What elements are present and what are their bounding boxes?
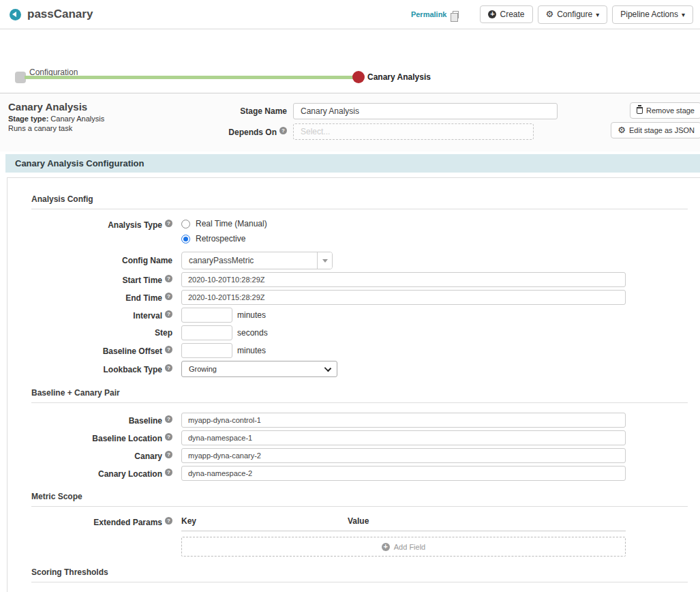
lookback-type-label: Lookback Type (31, 364, 181, 374)
analysis-type-label-text: Analysis Type (108, 220, 162, 230)
remove-stage-button[interactable]: Remove stage (630, 102, 700, 119)
baseline-canary-heading: Baseline + Canary Pair (31, 388, 700, 398)
pipeline-graph: Configuration Canary Analysis Add stage … (0, 29, 700, 93)
config-section-header: Canary Analysis Configuration (5, 154, 700, 173)
help-icon[interactable] (165, 220, 172, 227)
configure-button[interactable]: Configure (538, 5, 608, 24)
depends-on-label: Depends On (222, 127, 287, 137)
stage-editor: Canary Analysis Stage type: Canary Analy… (0, 93, 700, 151)
section-divider (31, 209, 688, 209)
chevron-down-icon (596, 10, 599, 20)
radio-unchecked-icon[interactable] (181, 220, 190, 228)
baseline-location-input[interactable] (181, 430, 626, 445)
end-time-input[interactable] (181, 290, 626, 305)
baseline-offset-input[interactable] (181, 343, 232, 358)
page-title: passCanary (27, 8, 93, 21)
realtime-radio-option[interactable]: Real Time (Manual) (181, 219, 267, 228)
extended-params-label-text: Extended Params (93, 518, 162, 527)
canary-label-text: Canary (134, 452, 162, 461)
help-icon[interactable] (165, 293, 172, 300)
help-icon[interactable] (165, 433, 172, 441)
baseline-offset-label-text: Baseline Offset (103, 346, 162, 356)
lookback-type-label-text: Lookback Type (104, 365, 162, 374)
end-time-label: End Time (31, 293, 181, 303)
stage-type-line: Stage type: Canary Analysis (8, 114, 104, 123)
retrospective-radio-option[interactable]: Retrospective (181, 234, 267, 243)
dropdown-toggle-icon[interactable] (317, 252, 332, 269)
scoring-thresholds-heading: Scoring Thresholds (31, 567, 700, 577)
canary-location-label-text: Canary Location (98, 469, 162, 479)
key-column-header: Key (181, 516, 348, 526)
permalink-link[interactable]: Permalink (411, 10, 447, 18)
help-icon[interactable] (165, 469, 172, 476)
help-icon[interactable] (165, 517, 172, 524)
lookback-type-select[interactable]: Growing (181, 361, 337, 377)
pipeline-actions-button[interactable]: Pipeline Actions (612, 5, 693, 24)
step-input[interactable] (181, 325, 232, 340)
interval-label: Interval (31, 310, 181, 321)
canary-location-input[interactable] (181, 466, 626, 481)
stage-type-value: Canary Analysis (50, 115, 104, 123)
stage-name-label: Stage Name (222, 106, 287, 116)
trash-icon (637, 107, 643, 114)
stage-title: Canary Analysis (8, 101, 104, 113)
edit-json-label: Edit stage as JSON (629, 126, 695, 134)
end-time-label-text: End Time (125, 293, 162, 303)
help-icon[interactable] (165, 415, 172, 423)
help-icon[interactable] (165, 310, 172, 318)
baseline-label-text: Baseline (129, 416, 162, 426)
plus-circle-icon (382, 543, 390, 551)
extended-params-table-header: Key Value (181, 516, 626, 531)
start-time-input[interactable] (181, 272, 626, 287)
add-field-label: Add Field (394, 543, 425, 551)
pipeline-header: passCanary Permalink Create Configure Pi… (0, 0, 700, 29)
baseline-label: Baseline (31, 415, 181, 426)
start-time-label-text: Start Time (123, 276, 162, 285)
plus-circle-icon (488, 10, 496, 18)
help-icon[interactable] (165, 451, 172, 458)
help-icon[interactable] (279, 127, 287, 134)
interval-label-text: Interval (133, 311, 162, 321)
step-unit: seconds (237, 328, 268, 338)
interval-unit: minutes (237, 310, 266, 320)
help-icon[interactable] (165, 275, 172, 282)
analysis-config-heading: Analysis Config (31, 194, 700, 204)
section-divider (31, 582, 688, 582)
interval-input[interactable] (181, 308, 232, 323)
edit-stage-json-button[interactable]: Edit stage as JSON (611, 122, 700, 138)
analysis-type-label: Analysis Type (31, 219, 181, 230)
help-icon[interactable] (165, 346, 172, 353)
config-panel: Analysis Config Analysis Type Real Time … (7, 177, 700, 592)
section-divider (31, 402, 688, 403)
clipboard-icon[interactable] (453, 11, 459, 18)
canary-input[interactable] (181, 448, 626, 463)
baseline-location-label-text: Baseline Location (92, 434, 162, 443)
lookback-type-value: Growing (182, 361, 337, 376)
help-icon[interactable] (165, 364, 172, 372)
config-name-select[interactable]: canaryPassMetric (181, 252, 333, 269)
gear-icon (618, 126, 626, 134)
configure-button-label: Configure (557, 10, 592, 19)
stage-name-input[interactable] (293, 103, 558, 119)
retrospective-radio-label[interactable]: Retrospective (196, 234, 245, 243)
canary-analysis-node[interactable] (352, 71, 365, 83)
add-field-button[interactable]: Add Field (181, 537, 626, 557)
remove-stage-label: Remove stage (646, 106, 695, 115)
back-arrow-icon[interactable] (10, 9, 21, 20)
metric-scope-heading: Metric Scope (31, 492, 700, 501)
depends-on-label-text: Depends On (228, 128, 277, 137)
baseline-offset-label: Baseline Offset (31, 346, 181, 356)
radio-checked-icon[interactable] (181, 235, 190, 243)
baseline-input[interactable] (181, 413, 626, 428)
realtime-radio-label[interactable]: Real Time (Manual) (196, 219, 267, 228)
create-button-label: Create (500, 10, 524, 19)
step-label: Step (31, 328, 181, 338)
config-name-label: Config Name (31, 256, 181, 265)
section-divider (31, 506, 688, 507)
extended-params-label: Extended Params (31, 516, 181, 527)
create-button[interactable]: Create (480, 5, 532, 23)
depends-on-select[interactable] (293, 123, 534, 140)
chevron-down-icon (682, 10, 685, 20)
baseline-offset-unit: minutes (237, 346, 266, 355)
canary-analysis-node-label[interactable]: Canary Analysis (367, 72, 431, 82)
